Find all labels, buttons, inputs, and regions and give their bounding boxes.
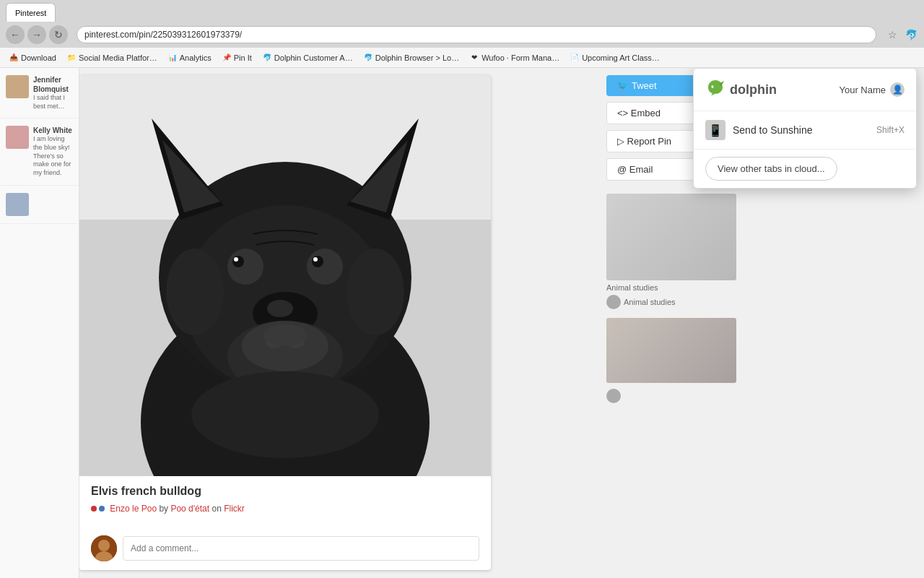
pin-info: Elvis french bulldog Enzo le Poo by Poo … xyxy=(79,476,491,530)
sidebar-user-1: Jennifer Blomquist I said that I best me… xyxy=(0,68,79,118)
report-pin-label: ▷ Report Pin xyxy=(617,136,671,147)
dot-blue xyxy=(99,506,105,512)
email-label: @ Email xyxy=(617,164,653,175)
related-info-2 xyxy=(606,383,736,406)
page-area: Elvis french bulldog Enzo le Poo by Poo … xyxy=(79,68,924,578)
bookmark-wufoo-icon: ❤ xyxy=(469,53,479,63)
pin-author2-link[interactable]: Poo d'état xyxy=(170,504,209,514)
send-to-label: Send to Sunshine xyxy=(733,124,813,136)
sidebar-user-2-name: Kelly White xyxy=(33,126,73,135)
browser-icons: ☆ 🐬 xyxy=(885,27,918,42)
related-img-2-inner xyxy=(606,318,736,383)
bookmark-art-class-label: Upcoming Art Class… xyxy=(582,53,660,62)
related-info-1: Animal studies Animal studies xyxy=(606,280,736,312)
svg-point-26 xyxy=(98,540,110,551)
bookmark-pinit[interactable]: 📌 Pin It xyxy=(217,51,256,64)
left-sidebar: Jennifer Blomquist I said that I best me… xyxy=(0,68,79,578)
svg-point-20 xyxy=(346,249,404,335)
bookmark-social-media-icon: 📁 xyxy=(66,53,77,63)
related-title-1: Animal studies xyxy=(606,283,736,292)
pin-source-link[interactable]: Flickr xyxy=(224,504,245,514)
bookmark-wufoo[interactable]: ❤ Wufoo · Form Mana… xyxy=(465,51,564,64)
bookmark-dolphin-customer-label: Dolphin Customer A… xyxy=(274,53,353,62)
star-icon[interactable]: ☆ xyxy=(885,27,899,42)
svg-point-11 xyxy=(232,256,244,267)
svg-point-14 xyxy=(313,257,318,262)
sidebar-avatar-1 xyxy=(6,75,29,98)
dolphin-send-row[interactable]: 📱 Send to Sunshine Shift+X xyxy=(694,111,916,150)
phone-icon: 📱 xyxy=(705,120,725,140)
related-img-2[interactable] xyxy=(606,318,736,383)
svg-point-19 xyxy=(166,249,224,335)
shortcut-label: Shift+X xyxy=(876,125,905,135)
sidebar-user-2-desc: I am loving the blue sky! There's so mak… xyxy=(33,135,73,177)
bookmark-social-media[interactable]: 📁 Social Media Platfor… xyxy=(62,51,162,64)
dolphin-extension-icon[interactable]: 🐬 xyxy=(904,27,918,42)
sidebar-user-1-text: Jennifer Blomquist I said that I best me… xyxy=(33,75,73,111)
pin-image[interactable] xyxy=(79,75,491,476)
bookmark-download[interactable]: 📥 Download xyxy=(4,51,61,64)
svg-point-9 xyxy=(227,249,263,285)
refresh-button[interactable]: ↻ xyxy=(49,25,68,44)
dolphin-popup: dolphin Your Name 👤 📱 Send to Sunshine S… xyxy=(693,68,917,189)
comment-area xyxy=(79,530,491,570)
pin-container: Elvis french bulldog Enzo le Poo by Poo … xyxy=(79,75,491,570)
main-content: Jennifer Blomquist I said that I best me… xyxy=(0,68,924,578)
bookmark-dolphin-browser-icon: 🐬 xyxy=(363,53,373,63)
svg-point-16 xyxy=(267,300,293,317)
related-image-2 xyxy=(606,318,736,406)
tweet-icon: 🐦 xyxy=(616,80,628,91)
sidebar-user-3 xyxy=(0,186,79,224)
forward-button[interactable]: → xyxy=(27,25,46,44)
user-icon: 👤 xyxy=(890,82,905,97)
commenter-avatar xyxy=(91,535,117,561)
bookmark-pinit-label: Pin It xyxy=(234,53,252,62)
dolphin-logo: dolphin xyxy=(705,77,777,102)
tab-label: Pinterest xyxy=(15,9,46,17)
browser-top-bar: ← → ↻ pinterest.com/pin/2250393126019733… xyxy=(0,22,924,48)
related-img-1-inner xyxy=(606,194,736,280)
sidebar-user-2-text: Kelly White I am loving the blue sky! Th… xyxy=(33,126,73,177)
sidebar-user-1-desc: I said that I best met… xyxy=(33,94,73,111)
bookmark-download-label: Download xyxy=(21,53,56,62)
bookmark-analytics-icon: 📊 xyxy=(167,53,178,63)
pin-title: Elvis french bulldog xyxy=(91,485,479,498)
sidebar-user-1-name: Jennifer Blomquist xyxy=(33,75,73,94)
bookmark-art-class-icon: 📄 xyxy=(570,53,580,63)
sidebar-avatar-3 xyxy=(6,193,29,216)
related-img-1[interactable] xyxy=(606,194,736,280)
related-avatar-1 xyxy=(606,295,621,309)
comment-input[interactable] xyxy=(123,536,479,561)
address-bar[interactable]: pinterest.com/pin/225039312601973379/ xyxy=(77,26,876,43)
bookmark-art-class[interactable]: 📄 Upcoming Art Class… xyxy=(565,51,664,64)
svg-point-13 xyxy=(234,257,238,262)
svg-point-18 xyxy=(191,371,379,458)
related-avatar-2 xyxy=(606,389,621,403)
dolphin-username: Your Name xyxy=(839,85,886,95)
svg-point-10 xyxy=(307,249,343,285)
dot-red xyxy=(91,506,97,512)
bookmark-wufoo-label: Wufoo · Form Mana… xyxy=(481,53,559,62)
sidebar-user-2: Kelly White I am loving the blue sky! Th… xyxy=(0,118,79,185)
dolphin-header: dolphin Your Name 👤 xyxy=(694,69,916,111)
related-image-1: Animal studies Animal studies xyxy=(606,194,736,312)
browser-chrome: Pinterest ← → ↻ pinterest.com/pin/225039… xyxy=(0,0,924,68)
svg-point-12 xyxy=(312,256,323,267)
dolphin-user: Your Name 👤 xyxy=(839,82,905,97)
dolphin-name-label: dolphin xyxy=(730,82,777,98)
nav-buttons: ← → ↻ xyxy=(6,25,68,44)
related-author-name-1: Animal studies xyxy=(624,298,676,306)
view-cloud-button[interactable]: View other tabs in cloud... xyxy=(705,157,837,181)
bookmark-dolphin-browser[interactable]: 🐬 Dolphin Browser > Lo… xyxy=(359,51,463,64)
bookmark-dolphin-customer-icon: 🐬 xyxy=(262,53,272,63)
back-button[interactable]: ← xyxy=(6,25,25,44)
send-left: 📱 Send to Sunshine xyxy=(705,120,813,140)
bookmark-analytics-label: Analytics xyxy=(180,53,212,62)
related-author-2 xyxy=(606,389,736,403)
bookmark-pinit-icon: 📌 xyxy=(222,53,232,63)
bookmark-dolphin-customer[interactable]: 🐬 Dolphin Customer A… xyxy=(258,51,357,64)
active-tab[interactable]: Pinterest xyxy=(6,3,56,22)
sidebar-avatar-2 xyxy=(6,126,29,149)
pin-author-link[interactable]: Enzo le Poo xyxy=(110,504,157,514)
bookmark-analytics[interactable]: 📊 Analytics xyxy=(163,51,216,64)
